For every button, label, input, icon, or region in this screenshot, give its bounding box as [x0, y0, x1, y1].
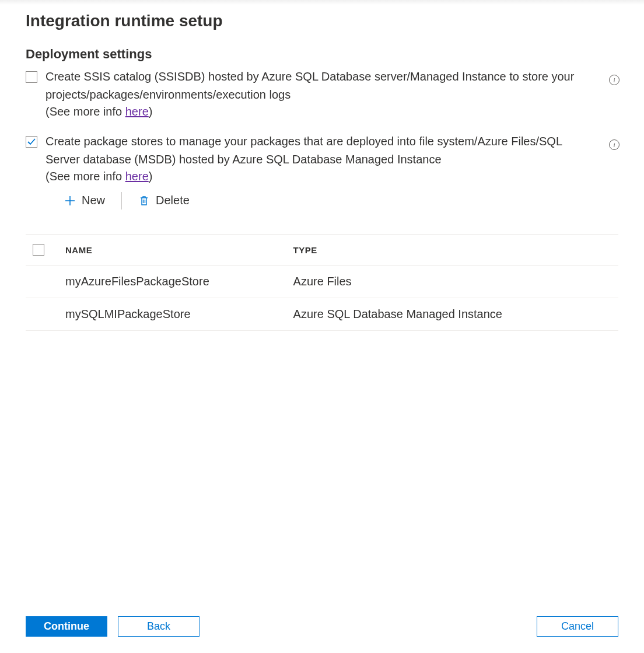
package-stores-table: NAME TYPE myAzureFilesPackageStore Azure…	[26, 234, 618, 331]
info-icon[interactable]: i	[609, 139, 620, 150]
table-row[interactable]: myAzureFilesPackageStore Azure Files	[26, 266, 618, 298]
option-package-stores-more-info: (See more info here)	[46, 170, 618, 183]
cancel-button[interactable]: Cancel	[537, 616, 618, 637]
more-info-link-ssisdb[interactable]: here	[125, 105, 149, 118]
more-info-prefix: (See more info	[46, 170, 125, 183]
checkbox-ssisdb[interactable]	[26, 71, 37, 83]
delete-button-label: Delete	[156, 194, 190, 207]
option-ssisdb-more-info: (See more info here)	[46, 105, 582, 118]
info-icon[interactable]: i	[609, 75, 620, 85]
table-header-select	[26, 235, 63, 266]
footer: Continue Back Cancel	[0, 606, 644, 653]
more-info-suffix: )	[149, 105, 153, 118]
select-all-checkbox[interactable]	[33, 244, 44, 256]
cell-name: mySQLMIPackageStore	[63, 298, 293, 331]
option-package-stores-row: Create package stores to manage your pac…	[26, 132, 618, 220]
option-package-stores-label: Create package stores to manage your pac…	[46, 132, 582, 169]
cell-name: myAzureFilesPackageStore	[63, 266, 293, 298]
package-store-toolbar: New Delete	[58, 191, 618, 209]
table-header-type[interactable]: TYPE	[293, 235, 618, 266]
cell-type: Azure SQL Database Managed Instance	[293, 298, 618, 331]
back-button[interactable]: Back	[118, 616, 200, 637]
section-title: Deployment settings	[26, 47, 618, 62]
trash-icon	[138, 195, 150, 207]
delete-button[interactable]: Delete	[132, 191, 195, 209]
cell-type: Azure Files	[293, 266, 618, 298]
checkbox-package-stores[interactable]	[26, 136, 37, 148]
more-info-prefix: (See more info	[46, 105, 125, 118]
plus-icon	[64, 195, 76, 207]
more-info-link-package-stores[interactable]: here	[125, 170, 149, 183]
new-button-label: New	[82, 194, 105, 207]
table-row[interactable]: mySQLMIPackageStore Azure SQL Database M…	[26, 298, 618, 331]
table-header-name[interactable]: NAME	[63, 235, 293, 266]
new-button[interactable]: New	[58, 191, 111, 209]
option-ssisdb-label: Create SSIS catalog (SSISDB) hosted by A…	[46, 68, 582, 104]
continue-button[interactable]: Continue	[26, 616, 107, 637]
more-info-suffix: )	[149, 170, 153, 183]
page-title: Integration runtime setup	[26, 12, 618, 30]
toolbar-divider	[121, 192, 122, 209]
option-ssisdb-row: Create SSIS catalog (SSISDB) hosted by A…	[26, 68, 618, 118]
